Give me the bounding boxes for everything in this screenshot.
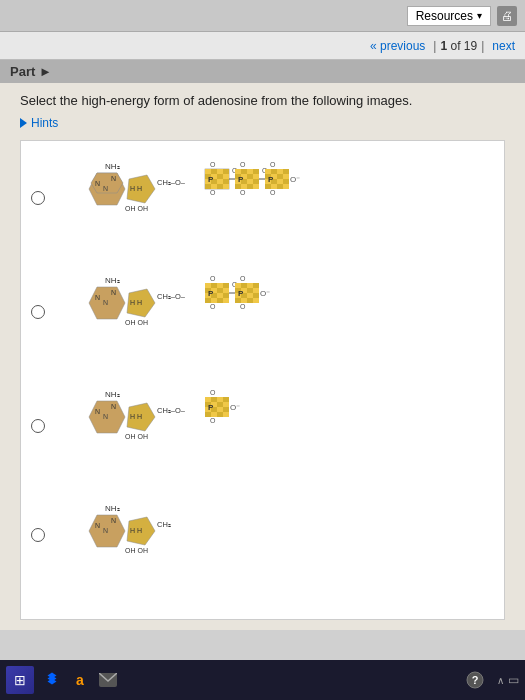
svg-text:CH₂–O–: CH₂–O– [157,406,186,415]
atp-svg: NH₂ N N N H H OH OH CH₂–O– [57,151,337,241]
printer-icon[interactable]: 🖨 [497,6,517,26]
svg-text:N: N [95,180,100,187]
svg-rect-91 [217,288,223,293]
page-info: 1 of 19 [440,39,477,53]
hints-label: Hints [31,116,58,130]
svg-text:P: P [238,289,244,298]
svg-text:O⁻: O⁻ [290,175,300,184]
svg-rect-33 [241,169,247,174]
svg-text:O: O [210,303,216,310]
svg-rect-18 [217,174,223,179]
svg-text:O: O [270,161,276,168]
svg-text:O: O [210,417,216,424]
molecule-option-2: NH₂ N N N H H OH OH CH₂–O– [31,265,494,359]
svg-rect-39 [253,174,259,179]
svg-rect-32 [235,169,241,174]
radio-option-1[interactable] [31,191,45,205]
resources-button[interactable]: Resources ▾ [407,6,491,26]
svg-text:O: O [210,389,216,396]
system-tray: ∧ ▭ [497,673,519,687]
separator-right: | [481,39,484,53]
top-bar: Resources ▾ 🖨 [0,0,525,32]
svg-rect-52 [265,169,271,174]
svg-rect-34 [247,169,253,174]
svg-rect-107 [253,283,259,288]
previous-link[interactable]: « previous [370,39,425,53]
svg-text:N: N [103,413,108,420]
svg-rect-150 [223,412,229,417]
svg-rect-63 [283,179,289,184]
svg-rect-35 [253,169,259,174]
svg-text:N: N [111,517,116,524]
svg-rect-149 [217,412,223,417]
svg-rect-54 [277,169,283,174]
svg-rect-13 [211,169,217,174]
svg-text:N: N [111,175,116,182]
molecule-adenosine: NH₂ N N N H H OH OH CH₂ [57,493,237,577]
adenosine-svg: NH₂ N N N H H OH OH CH₂ [57,493,237,573]
svg-rect-104 [235,283,241,288]
svg-text:N: N [95,522,100,529]
svg-rect-85 [205,283,211,288]
svg-text:CH₂–O–: CH₂–O– [157,292,186,301]
svg-rect-38 [247,174,253,179]
radio-option-2[interactable] [31,305,45,319]
svg-text:H H: H H [130,185,142,192]
svg-rect-23 [223,179,229,184]
nav-bar: « previous | 1 of 19 | next [0,32,525,60]
molecule-option-4: NH₂ N N N H H OH OH CH₂ [31,493,494,577]
separator-left: | [433,39,436,53]
svg-rect-12 [205,169,211,174]
amp-svg: NH₂ N N N H H OH OH CH₂–O– [57,379,297,469]
hints-link[interactable]: Hints [20,116,505,130]
svg-rect-141 [217,402,223,407]
molecule-option-1: NH₂ N N N H H OH OH CH₂–O– [31,151,494,245]
svg-rect-67 [283,184,289,189]
mail-icon[interactable] [96,668,120,692]
svg-rect-53 [271,169,277,174]
svg-rect-47 [253,184,259,189]
svg-rect-106 [247,283,253,288]
svg-text:O⁻: O⁻ [260,289,270,298]
svg-text:O: O [210,275,216,282]
svg-text:OH OH: OH OH [125,547,148,554]
svg-rect-119 [253,298,259,303]
svg-text:N: N [103,299,108,306]
svg-rect-138 [223,397,229,402]
svg-rect-99 [217,298,223,303]
svg-text:O: O [240,275,246,282]
svg-rect-146 [223,407,229,412]
svg-text:N: N [95,408,100,415]
svg-text:NH₂: NH₂ [105,390,120,399]
svg-rect-27 [223,184,229,189]
dropbox-icon[interactable] [40,668,64,692]
amazon-icon[interactable]: a [68,668,92,692]
hints-triangle-icon [20,118,27,128]
resources-label: Resources [416,9,473,23]
svg-rect-135 [205,397,211,402]
svg-rect-88 [223,283,229,288]
svg-text:P: P [268,175,274,184]
svg-text:P: P [238,175,244,184]
next-link[interactable]: next [492,39,515,53]
svg-rect-100 [223,298,229,303]
svg-rect-105 [241,283,247,288]
radio-option-3[interactable] [31,419,45,433]
svg-rect-46 [247,184,253,189]
start-button[interactable]: ⊞ [6,666,34,694]
svg-rect-43 [253,179,259,184]
svg-rect-55 [283,169,289,174]
molecule-atp: NH₂ N N N H H OH OH CH₂–O– [57,151,337,245]
radio-option-4[interactable] [31,528,45,542]
start-icon: ⊞ [14,672,26,688]
svg-text:CH₂–O–: CH₂–O– [157,178,186,187]
svg-rect-114 [247,293,253,298]
svg-text:O: O [210,161,216,168]
amazon-letter: a [76,672,84,688]
svg-rect-145 [217,407,223,412]
svg-text:P: P [208,403,214,412]
svg-rect-118 [247,298,253,303]
svg-rect-95 [217,293,223,298]
help-icon[interactable]: ? [463,668,487,692]
svg-rect-96 [223,293,229,298]
